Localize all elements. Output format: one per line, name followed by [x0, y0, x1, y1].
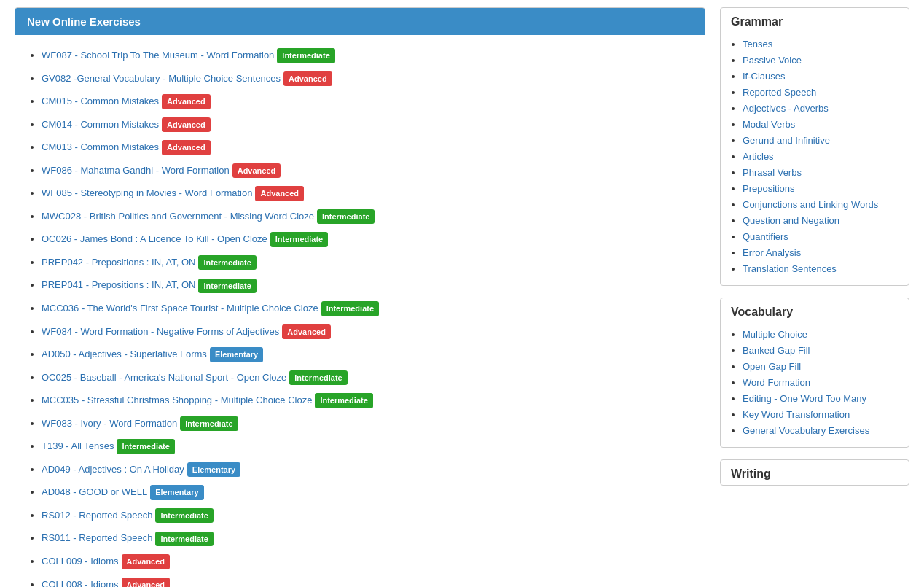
- sidebar-item: Articles: [743, 148, 898, 164]
- level-badge: Advanced: [283, 71, 332, 87]
- list-item: MWC028 - British Politics and Government…: [42, 205, 693, 228]
- vocabulary-section: Vocabulary Multiple ChoiceBanked Gap Fil…: [720, 298, 909, 448]
- exercise-link[interactable]: OC026 - James Bond : A Licence To Kill -…: [42, 233, 267, 244]
- sidebar-link[interactable]: Reported Speech: [743, 87, 816, 98]
- exercise-link[interactable]: COLL008 - Idioms: [42, 579, 119, 587]
- sidebar-link[interactable]: Question and Negation: [743, 215, 839, 226]
- list-item: AD048 - GOOD or WELLElementary: [42, 481, 693, 504]
- sidebar-item: Multiple Choice: [743, 326, 898, 342]
- sidebar-item: Passive Voice: [743, 52, 898, 68]
- sidebar-link[interactable]: Multiple Choice: [743, 329, 807, 340]
- level-badge: Advanced: [162, 117, 211, 133]
- writing-title: Writing: [721, 460, 909, 485]
- list-item: OC025 - Baseball - America's National Sp…: [42, 366, 693, 389]
- exercise-link[interactable]: T139 - All Tenses: [42, 440, 114, 451]
- exercise-link[interactable]: WF087 - School Trip To The Museum - Word…: [42, 50, 274, 61]
- exercise-link[interactable]: MCC036 - The World's First Space Tourist…: [42, 303, 318, 314]
- list-item: MCC036 - The World's First Space Tourist…: [42, 297, 693, 320]
- exercise-link[interactable]: PREP042 - Prepositions : IN, AT, ON: [42, 257, 195, 268]
- exercise-link[interactable]: RS011 - Reported Speech: [42, 532, 152, 543]
- level-badge: Elementary: [187, 462, 240, 478]
- sidebar-link[interactable]: Phrasal Verbs: [743, 167, 802, 178]
- level-badge: Intermediate: [289, 370, 347, 386]
- sidebar-item: Word Formation: [743, 374, 898, 390]
- exercise-link[interactable]: AD049 - Adjectives : On A Holiday: [42, 464, 184, 475]
- exercise-link[interactable]: GV082 -General Vocabulary - Multiple Cho…: [42, 73, 281, 84]
- sidebar-item: Prepositions: [743, 180, 898, 196]
- list-item: CM014 - Common MistakesAdvanced: [42, 113, 693, 136]
- exercise-link[interactable]: CM015 - Common Mistakes: [42, 96, 159, 106]
- exercise-link[interactable]: AD050 - Adjectives - Superlative Forms: [42, 349, 207, 359]
- level-badge: Intermediate: [180, 416, 238, 432]
- sidebar-link[interactable]: Editing - One Word Too Many: [743, 393, 866, 404]
- sidebar-link[interactable]: Tenses: [743, 39, 772, 50]
- sidebar-link[interactable]: Key Word Transformation: [743, 409, 850, 420]
- level-badge: Advanced: [122, 578, 171, 587]
- exercise-link[interactable]: CM013 - Common Mistakes: [42, 141, 159, 152]
- exercises-title: New Online Exercises: [27, 15, 141, 28]
- exercise-link[interactable]: WF086 - Mahatma Gandhi - Word Formation: [42, 165, 230, 176]
- level-badge: Intermediate: [155, 532, 213, 547]
- level-badge: Advanced: [122, 554, 171, 569]
- list-item: CM015 - Common MistakesAdvanced: [42, 90, 693, 113]
- list-item: PREP041 - Prepositions : IN, AT, ONInter…: [42, 273, 693, 297]
- level-badge: Intermediate: [198, 279, 256, 294]
- vocabulary-title: Vocabulary: [721, 298, 909, 323]
- level-badge: Intermediate: [277, 48, 334, 63]
- sidebar-link[interactable]: Open Gap Fill: [743, 361, 801, 372]
- sidebar-item: Phrasal Verbs: [743, 164, 898, 180]
- sidebar-link[interactable]: If-Clauses: [743, 71, 786, 82]
- level-badge: Elementary: [210, 347, 263, 362]
- exercise-link[interactable]: MWC028 - British Politics and Government…: [42, 211, 314, 222]
- exercise-link[interactable]: WF084 - Word Formation - Negative Forms …: [42, 326, 279, 337]
- sidebar-link[interactable]: Translation Sentences: [743, 263, 837, 274]
- sidebar-link[interactable]: Error Analysis: [743, 247, 801, 258]
- sidebar-link[interactable]: Prepositions: [743, 183, 795, 194]
- grammar-list: TensesPassive VoiceIf-ClausesReported Sp…: [721, 33, 909, 285]
- sidebar-link[interactable]: Conjunctions and Linking Words: [743, 199, 878, 210]
- sidebar-item: Quantifiers: [743, 228, 898, 244]
- list-item: WF084 - Word Formation - Negative Forms …: [42, 320, 693, 343]
- sidebar-link[interactable]: General Vocabulary Exercises: [743, 425, 869, 436]
- list-item: RS011 - Reported SpeechIntermediate: [42, 526, 693, 550]
- sidebar-item: Reported Speech: [743, 84, 898, 100]
- sidebar-item: Key Word Transformation: [743, 406, 898, 422]
- sidebar-link[interactable]: Adjectives - Adverbs: [743, 103, 829, 114]
- exercises-list: WF087 - School Trip To The Museum - Word…: [15, 35, 705, 587]
- exercises-header: New Online Exercises: [15, 8, 705, 35]
- exercise-link[interactable]: RS012 - Reported Speech: [42, 510, 152, 521]
- sidebar-link[interactable]: Quantifiers: [743, 231, 788, 242]
- level-badge: Intermediate: [270, 232, 328, 247]
- level-badge: Advanced: [232, 163, 281, 179]
- sidebar-item: Modal Verbs: [743, 116, 898, 132]
- list-item: WF083 - Ivory - Word FormationIntermedia…: [42, 412, 693, 435]
- list-item: T139 - All TensesIntermediate: [42, 435, 693, 458]
- exercise-link[interactable]: PREP041 - Prepositions : IN, AT, ON: [42, 279, 195, 290]
- sidebar-link[interactable]: Articles: [743, 151, 774, 162]
- exercise-link[interactable]: MCC035 - Stressful Christmas Shopping - …: [42, 394, 312, 405]
- list-item: RS012 - Reported SpeechIntermediate: [42, 504, 693, 527]
- exercise-link[interactable]: WF085 - Stereotyping in Movies - Word Fo…: [42, 187, 252, 198]
- list-item: AD049 - Adjectives : On A HolidayElement…: [42, 458, 693, 481]
- list-item: MCC035 - Stressful Christmas Shopping - …: [42, 389, 693, 412]
- sidebar-link[interactable]: Banked Gap Fill: [743, 345, 810, 356]
- sidebar-link[interactable]: Gerund and Infinitive: [743, 135, 830, 146]
- level-badge: Intermediate: [317, 209, 375, 225]
- writing-section: Writing: [720, 459, 909, 486]
- list-item: GV082 -General Vocabulary - Multiple Cho…: [42, 67, 693, 90]
- exercise-link[interactable]: COLL009 - Idioms: [42, 556, 119, 567]
- sidebar-link[interactable]: Modal Verbs: [743, 119, 795, 130]
- level-badge: Intermediate: [198, 255, 256, 271]
- list-item: WF087 - School Trip To The Museum - Word…: [42, 44, 693, 67]
- exercise-link[interactable]: AD048 - GOOD or WELL: [42, 486, 147, 497]
- exercise-link[interactable]: WF083 - Ivory - Word Formation: [42, 418, 177, 429]
- exercise-link[interactable]: OC025 - Baseball - America's National Sp…: [42, 372, 286, 383]
- exercise-link[interactable]: CM014 - Common Mistakes: [42, 119, 159, 130]
- sidebar-item: Open Gap Fill: [743, 358, 898, 374]
- grammar-title: Grammar: [721, 8, 909, 33]
- sidebar-link[interactable]: Word Formation: [743, 377, 810, 388]
- sidebar-link[interactable]: Passive Voice: [743, 55, 802, 66]
- list-item: COLL009 - IdiomsAdvanced: [42, 550, 693, 573]
- sidebar-item: Editing - One Word Too Many: [743, 390, 898, 406]
- level-badge: Elementary: [150, 485, 203, 500]
